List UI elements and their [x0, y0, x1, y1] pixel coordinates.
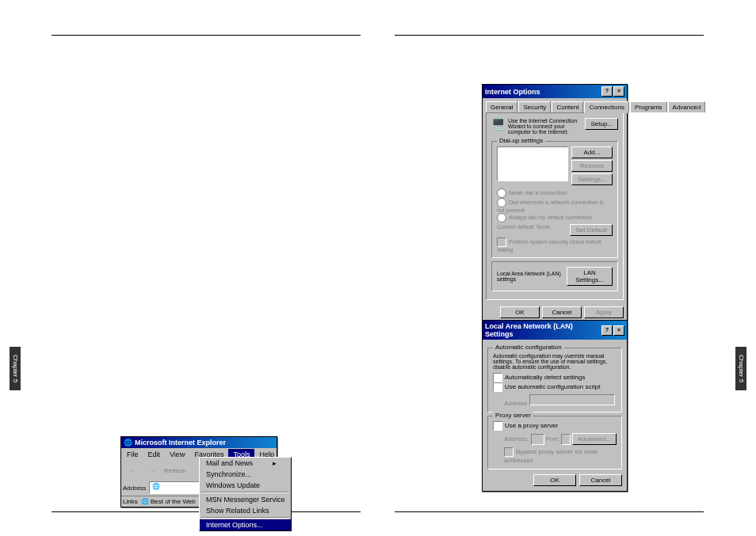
ok-button[interactable]: OK	[500, 306, 540, 318]
lan-label: Local Area Network (LAN) settings	[497, 271, 567, 282]
add-button[interactable]: Add...	[571, 146, 613, 158]
auto-title: Automatic configuration	[493, 344, 564, 351]
curr-label: Current default:	[497, 224, 535, 230]
r3-label: Always dial my default connection	[509, 215, 592, 220]
menu-separator-2	[201, 517, 289, 519]
lan-title: Local Area Network (LAN) Settings	[485, 322, 601, 338]
auto-script-label: Use automatic configuration script	[505, 383, 601, 390]
apply-button: Apply	[584, 306, 624, 318]
lan-ok-button[interactable]: OK	[533, 474, 576, 486]
proxy-group: Proxy server Use a proxy server Address:…	[487, 416, 622, 469]
radio-always	[497, 213, 506, 222]
proxy-port-input	[561, 434, 571, 445]
wizard-icon: 🖥️	[491, 118, 505, 131]
tab-connections[interactable]: Connections	[584, 101, 628, 113]
dialup-label: Dial-up settings	[497, 137, 545, 144]
ie-titlebar: 🌐Microsoft Internet Explorer	[121, 437, 277, 448]
wizard-text: Use the Internet Connection Wizard to co…	[508, 118, 582, 135]
chk-auto-detect[interactable]	[493, 373, 502, 382]
setdefault-button: Set Default	[570, 224, 613, 236]
chk-use-proxy[interactable]	[493, 421, 502, 431]
lan-buttons: OK Cancel	[487, 474, 622, 486]
proxy-advanced-button: Advanced...	[572, 433, 617, 445]
chapter-tab-left: Chapter 5	[10, 347, 21, 390]
chk-security	[497, 238, 506, 247]
bottom-rule-right	[395, 511, 704, 512]
tools-update[interactable]: Windows Update	[200, 480, 291, 491]
cancel-button[interactable]: Cancel	[542, 306, 582, 318]
links-item[interactable]: 🌐 Best of the Web	[141, 498, 196, 505]
proxy-use-label: Use a proxy server	[505, 422, 558, 429]
chk-bypass	[504, 447, 514, 457]
r1-label: Never dial a connection	[509, 190, 567, 196]
back-button[interactable]: ←	[123, 462, 140, 478]
tools-msn[interactable]: MSN Messenger Service	[200, 494, 291, 505]
lan-group: Local Area Network (LAN) settings LAN Se…	[491, 261, 618, 291]
tools-sync[interactable]: Synchronize...	[200, 469, 291, 480]
remove-button: Remove	[571, 160, 613, 172]
help-icon-2[interactable]: ?	[601, 325, 613, 336]
close-icon-2[interactable]: ×	[613, 325, 624, 336]
tools-mail[interactable]: Mail and News▸	[200, 458, 291, 469]
lan-settings-button[interactable]: LAN Settings...	[567, 267, 613, 286]
io-panel: 🖥️ Use the Internet Connection Wizard to…	[486, 112, 624, 300]
proxy-title: Proxy server	[493, 412, 533, 419]
address-label: Address	[123, 485, 146, 492]
ie-title: Microsoft Internet Explorer	[135, 439, 226, 447]
auto-config-group: Automatic configuration Automatic config…	[487, 348, 622, 412]
bypass-label: Bypass proxy server for local addresses	[504, 448, 598, 464]
proxy-addr-input	[531, 434, 544, 445]
dialup-group: Dial-up settings Add... Remove Settings.…	[491, 141, 618, 258]
auto-text: Automatic configuration may override man…	[493, 353, 617, 370]
menu-separator	[201, 492, 289, 493]
tab-content[interactable]: Content	[552, 101, 583, 112]
tools-dropdown: Mail and News▸ Synchronize... Windows Up…	[199, 457, 292, 531]
proxy-port-label: Port:	[546, 435, 559, 443]
forward-button[interactable]: →	[143, 462, 161, 478]
setup-button[interactable]: Setup...	[585, 118, 618, 130]
menu-file[interactable]: File	[122, 449, 143, 460]
menu-edit[interactable]: Edit	[143, 449, 166, 460]
chk1-label: Perform system security check before dia…	[497, 239, 601, 253]
io-title: Internet Options	[485, 88, 540, 96]
top-rule-right	[395, 35, 704, 36]
radio-when	[497, 198, 506, 207]
io-buttons: OK Cancel Apply	[483, 303, 627, 321]
radio-never	[497, 188, 506, 198]
dial-options: Never dial a connection Dial whenever a …	[497, 188, 613, 253]
tab-advanced[interactable]: Advanced	[668, 101, 706, 112]
tools-related[interactable]: Show Related Links	[200, 505, 291, 516]
proxy-addr-label: Address:	[504, 435, 529, 443]
io-titlebar: Internet Options ?×	[483, 85, 627, 98]
lan-titlebar: Local Area Network (LAN) Settings ?×	[483, 321, 627, 340]
lan-settings-dialog: Local Area Network (LAN) Settings ?× Aut…	[482, 320, 628, 492]
script-addr-label: Address	[504, 400, 527, 407]
submenu-arrow-icon: ▸	[273, 459, 277, 467]
tools-internet-options[interactable]: Internet Options...	[200, 519, 291, 530]
close-icon[interactable]: ×	[613, 86, 624, 97]
curr-val: None	[536, 224, 550, 230]
settings-button: Settings...	[571, 173, 613, 185]
lan-body: Automatic configuration Automatic config…	[483, 340, 627, 491]
auto-detect-label: Automatically detect settings	[505, 374, 585, 381]
refresh-label: Refresh	[164, 467, 186, 474]
ie-window: 🌐Microsoft Internet Explorer File Edit V…	[120, 436, 277, 507]
tab-general[interactable]: General	[486, 101, 517, 112]
dialup-list[interactable]	[497, 146, 568, 181]
menu-view[interactable]: View	[165, 449, 189, 460]
top-rule-left	[52, 35, 361, 36]
r2-label: Dial whenever a network connection is no…	[497, 200, 603, 213]
chapter-tab-right: Chapter 5	[735, 347, 746, 390]
ie-icon: 🌐	[124, 439, 132, 447]
tab-programs[interactable]: Programs	[630, 101, 667, 112]
help-icon[interactable]: ?	[601, 86, 613, 97]
io-tabs: General Security Content Connections Pro…	[483, 98, 627, 112]
links-item-label: Best of the Web	[151, 498, 196, 505]
chk-auto-script[interactable]	[493, 382, 502, 392]
links-label: Links	[123, 498, 138, 505]
lan-cancel-button[interactable]: Cancel	[579, 474, 622, 486]
tools-mail-label: Mail and News	[206, 459, 253, 467]
internet-options-dialog: Internet Options ?× General Security Con…	[482, 84, 628, 322]
script-addr-input	[529, 394, 615, 405]
tab-security[interactable]: Security	[518, 101, 551, 112]
